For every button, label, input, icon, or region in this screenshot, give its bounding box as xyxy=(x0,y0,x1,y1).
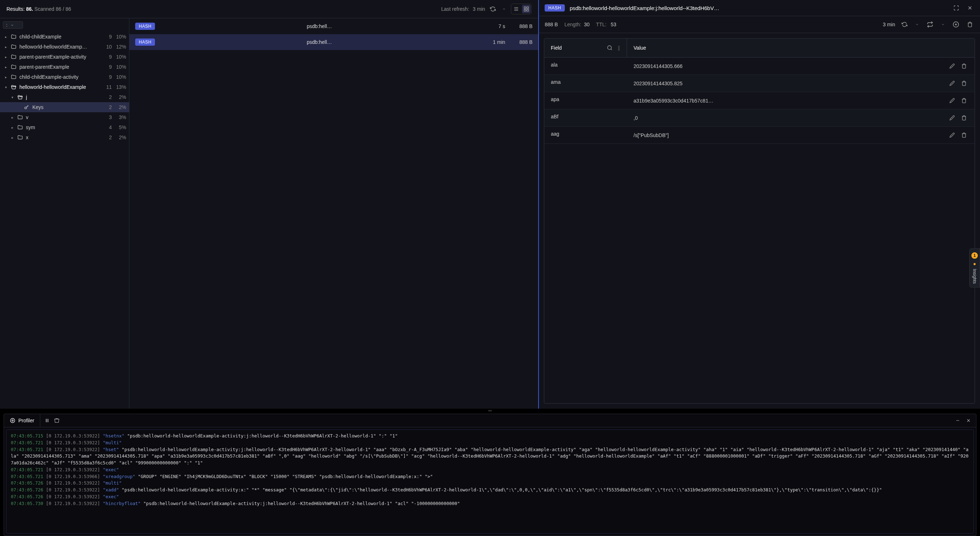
table-row[interactable]: apaa31b9e3a05993c3c0d417b57c81… xyxy=(544,92,975,109)
detail-refresh-dropdown[interactable] xyxy=(914,21,920,28)
tree-item[interactable]: ▸sym45% xyxy=(0,122,129,132)
svg-point-13 xyxy=(608,46,611,49)
table-row[interactable]: aBf,0 xyxy=(544,109,975,127)
tree-item[interactable]: Keys22% xyxy=(0,102,129,112)
tree-item[interactable]: ▾helloworld-helloworldExample1113% xyxy=(0,82,129,92)
tree-count: 2 xyxy=(102,104,112,110)
tree-label: x xyxy=(26,134,100,140)
search-field-button[interactable] xyxy=(605,43,614,52)
svg-rect-5 xyxy=(527,10,529,11)
detail-type-badge: HASH xyxy=(545,4,565,11)
profiler-pause-button[interactable] xyxy=(43,416,51,425)
key-row[interactable]: HASHpsdb:hell…7 s888 B xyxy=(129,18,538,34)
tree-panel: : ▸child-childExample910%▸helloworld-hel… xyxy=(0,18,129,408)
chevron-icon: ▾ xyxy=(3,85,9,89)
profiler-clear-button[interactable] xyxy=(52,416,61,425)
svg-rect-4 xyxy=(527,7,529,9)
sync-button[interactable] xyxy=(925,20,935,29)
column-resize-handle[interactable]: ‖ xyxy=(617,45,620,51)
tree-item[interactable]: ▸parent-parentExample910% xyxy=(0,62,129,72)
edit-field-button[interactable] xyxy=(948,114,956,122)
field-cell: ama xyxy=(544,75,627,92)
edit-field-button[interactable] xyxy=(948,79,956,88)
tree-pct: 2% xyxy=(114,134,126,140)
tree-pct: 3% xyxy=(114,114,126,120)
tree-item[interactable]: ▸child-childExample-activity910% xyxy=(0,72,129,82)
value-cell: ,0 xyxy=(633,115,945,121)
tree-label: j xyxy=(26,94,100,100)
chevron-icon: ▸ xyxy=(10,126,15,129)
detail-age: 3 min xyxy=(883,22,895,27)
tree-count: 9 xyxy=(102,34,112,40)
refresh-button[interactable] xyxy=(488,5,497,13)
detail-length: Length: 30 xyxy=(565,22,590,27)
close-detail-button[interactable] xyxy=(966,3,974,12)
tree-pct: 12% xyxy=(114,44,126,49)
chevron-icon: ▸ xyxy=(10,115,15,120)
list-view-button[interactable] xyxy=(512,5,520,13)
tree-pct: 10% xyxy=(114,34,126,40)
detail-ttl[interactable]: TTL: 53 xyxy=(596,22,616,27)
results-text: Results: 86. Scanned 86 / 86 xyxy=(6,6,71,12)
folder-icon xyxy=(17,124,24,130)
refresh-dropdown[interactable] xyxy=(501,6,507,12)
delete-field-button[interactable] xyxy=(960,79,968,88)
filter-select[interactable]: : xyxy=(3,21,23,29)
folder-icon xyxy=(17,94,24,100)
profiler-tab[interactable]: Profiler xyxy=(4,414,40,427)
panel-resize-handle[interactable]: ═ xyxy=(0,408,980,412)
add-field-button[interactable] xyxy=(951,20,961,29)
chevron-icon: ▸ xyxy=(3,65,9,69)
tree-label: helloworld-helloworldExample xyxy=(19,84,100,90)
delete-field-button[interactable] xyxy=(960,114,968,122)
profiler-minimize-button[interactable] xyxy=(954,416,962,424)
tree-count: 11 xyxy=(102,84,112,90)
type-badge: HASH xyxy=(135,23,155,30)
tree-item[interactable]: ▸helloworld-helloworldExamp…1012% xyxy=(0,42,129,52)
tree-view-button[interactable] xyxy=(522,5,531,13)
tree-item[interactable]: ▾j22% xyxy=(0,92,129,102)
tree-count: 10 xyxy=(102,44,112,49)
tree-item[interactable]: ▸child-childExample910% xyxy=(0,32,129,42)
tree-item[interactable]: ▸x22% xyxy=(0,132,129,142)
field-cell: ala xyxy=(544,57,627,75)
type-badge: HASH xyxy=(135,38,155,46)
insights-tab[interactable]: 1 ● Insights xyxy=(969,248,980,287)
tree-pct: 10% xyxy=(114,64,126,70)
tree-pct: 10% xyxy=(114,54,126,60)
edit-field-button[interactable] xyxy=(948,62,956,70)
last-refresh-label: Last refresh: xyxy=(441,6,469,12)
table-row[interactable]: ama20230914144305.825 xyxy=(544,75,975,92)
edit-field-button[interactable] xyxy=(948,96,956,105)
detail-panel: HASH psdb:helloworld-helloworldExample:j… xyxy=(539,0,980,408)
delete-field-button[interactable] xyxy=(960,62,968,70)
tree-label: sym xyxy=(26,124,100,130)
value-cell: a31b9e3a05993c3c0d417b57c81… xyxy=(633,98,945,104)
folder-icon xyxy=(17,134,24,140)
fullscreen-button[interactable] xyxy=(952,3,961,12)
tree-item[interactable]: ▸v33% xyxy=(0,112,129,122)
key-row[interactable]: HASHpsdb:hell…1 min888 B xyxy=(129,34,538,50)
table-row[interactable]: ala20230914144305.666 xyxy=(544,57,975,75)
svg-rect-17 xyxy=(46,419,47,422)
profiler-close-button[interactable] xyxy=(964,416,972,424)
delete-field-button[interactable] xyxy=(960,131,968,139)
table-row[interactable]: aag/s["PubSubDB"] xyxy=(544,127,975,144)
tree-pct: 2% xyxy=(114,104,126,110)
delete-key-button[interactable] xyxy=(966,20,974,29)
detail-title: psdb:helloworld-helloworldExample:j:hell… xyxy=(570,5,947,11)
insights-label: Insights xyxy=(972,269,977,284)
detail-refresh-button[interactable] xyxy=(900,20,909,29)
edit-field-button[interactable] xyxy=(948,131,956,139)
folder-icon xyxy=(11,54,17,60)
field-cell: apa xyxy=(544,92,627,109)
chevron-icon: ▸ xyxy=(10,136,15,140)
svg-rect-3 xyxy=(524,7,526,9)
table-header: Field ‖ Value xyxy=(544,38,975,57)
browser-panel: Results: 86. Scanned 86 / 86 Last refres… xyxy=(0,0,539,408)
insights-badge: 1 xyxy=(971,252,978,258)
delete-field-button[interactable] xyxy=(960,96,968,105)
sync-dropdown[interactable] xyxy=(940,21,946,28)
tree-item[interactable]: ▸parent-parentExample-activity910% xyxy=(0,52,129,62)
key-ttl: 1 min xyxy=(484,39,505,45)
